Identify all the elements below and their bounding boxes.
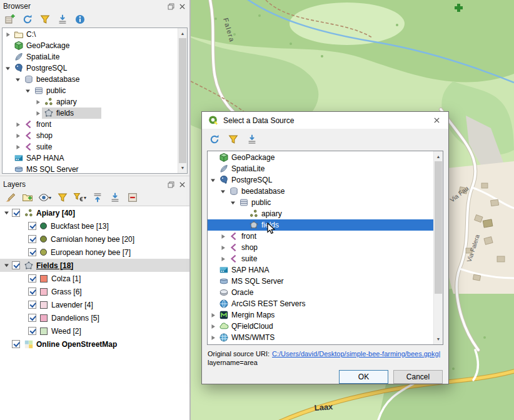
browser-collapse-all-button[interactable]	[54, 12, 70, 26]
expand-arrow-icon[interactable]	[219, 255, 227, 263]
source-item-wms-wmts[interactable]: WMS/WMTS	[208, 332, 433, 343]
source-item-shop[interactable]: shop	[208, 242, 433, 253]
browser-item-apiary[interactable]: apiary	[3, 96, 178, 108]
expand-arrow-icon[interactable]	[14, 143, 22, 151]
layers-filter-button[interactable]	[54, 191, 70, 204]
scroll-down-icon[interactable]: ▼	[178, 163, 187, 172]
dialog-titlebar[interactable]: Select a Data Source	[202, 112, 448, 129]
layers-float-icon[interactable]	[167, 181, 175, 189]
collapse-arrow-icon[interactable]	[3, 209, 11, 217]
source-uri-link[interactable]: C:/Users/david/Desktop/simple-bee-farmin…	[272, 350, 440, 358]
source-item-suite[interactable]: suite	[208, 253, 433, 264]
layers-add-group-button[interactable]	[19, 191, 35, 204]
source-item-beedatabase[interactable]: beedatabase	[208, 186, 433, 197]
browser-item-postgresql[interactable]: PostgreSQL	[3, 62, 178, 74]
dialog-close-button[interactable]	[427, 112, 446, 129]
collapse-arrow-icon[interactable]	[209, 176, 217, 184]
browser-item-beedatabase[interactable]: beedatabase	[3, 74, 178, 85]
scroll-up-icon[interactable]: ▲	[178, 29, 187, 38]
source-item-spatialite[interactable]: SpatiaLite	[208, 163, 433, 174]
source-item-ms-sql-server[interactable]: MS SQL Server	[208, 276, 433, 287]
layer-checkbox[interactable]	[12, 340, 20, 348]
expand-arrow-icon[interactable]	[219, 232, 227, 241]
layer-checkbox[interactable]	[12, 209, 20, 217]
expand-arrow-icon[interactable]	[14, 121, 22, 129]
layer-checkbox[interactable]	[28, 222, 36, 230]
expand-arrow-icon[interactable]	[209, 322, 217, 331]
browser-item-fields[interactable]: fields	[3, 108, 178, 119]
expand-arrow-icon[interactable]	[209, 334, 217, 342]
collapse-arrow-icon[interactable]	[14, 76, 22, 84]
source-item-sap-hana[interactable]: SAP HANA	[208, 264, 433, 276]
layer-online-openstreetmap[interactable]: Online OpenStreetMap	[0, 338, 189, 351]
browser-item-shop[interactable]: shop	[3, 130, 178, 141]
layer-carniolan-honey-bee-20[interactable]: Carniolan honey bee [20]	[0, 232, 189, 246]
expand-arrow-icon[interactable]	[209, 311, 217, 319]
browser-item-suite[interactable]: suite	[3, 141, 178, 152]
layer-checkbox[interactable]	[28, 314, 36, 322]
layers-themes-button[interactable]: ▾	[37, 191, 53, 204]
layers-filter-expr-button[interactable]: ▾	[72, 191, 88, 204]
scroll-thumb[interactable]	[179, 38, 186, 163]
browser-info-button[interactable]	[72, 12, 88, 26]
scroll-down-icon[interactable]: ▼	[434, 334, 443, 344]
browser-item-public[interactable]: public	[3, 85, 178, 96]
layer-buckfast-bee-13[interactable]: Buckfast bee [13]	[0, 219, 189, 232]
collapse-arrow-icon[interactable]	[4, 64, 12, 72]
collapse-arrow-icon[interactable]	[219, 188, 227, 196]
source-item-arcgis-rest-servers[interactable]: ArcGIS REST Servers	[208, 298, 433, 309]
source-item-postgresql[interactable]: PostgreSQL	[208, 174, 433, 186]
expand-arrow-icon[interactable]	[14, 132, 22, 140]
layer-colza-1[interactable]: Colza [1]	[0, 272, 189, 285]
scroll-up-icon[interactable]: ▲	[434, 152, 443, 161]
layer-grass-6[interactable]: Grass [6]	[0, 285, 189, 298]
layer-apiary-40[interactable]: Apiary [40]	[0, 206, 189, 219]
source-item-mergin-maps[interactable]: Mergin Maps	[208, 309, 433, 321]
expand-arrow-icon[interactable]	[4, 31, 12, 39]
expand-arrow-icon[interactable]	[219, 244, 227, 252]
browser-close-icon[interactable]	[178, 2, 186, 11]
browser-refresh-button[interactable]	[19, 12, 35, 26]
collapse-arrow-icon[interactable]	[24, 87, 32, 95]
layer-weed-2[interactable]: Weed [2]	[0, 324, 189, 338]
source-item-oracle[interactable]: Oracle	[208, 287, 433, 298]
cancel-button[interactable]: Cancel	[393, 370, 443, 384]
collapse-arrow-icon[interactable]	[3, 261, 11, 269]
layer-checkbox[interactable]	[28, 288, 36, 296]
layer-checkbox[interactable]	[12, 261, 20, 269]
layers-expand-all-button[interactable]	[89, 191, 105, 204]
source-item-public[interactable]: public	[208, 197, 433, 208]
browser-item-spatialite[interactable]: SpatiaLite	[3, 51, 178, 62]
layer-european-honey-bee-7[interactable]: European honey bee [7]	[0, 246, 189, 259]
layer-checkbox[interactable]	[28, 274, 36, 282]
source-item-apiary[interactable]: apiary	[208, 208, 433, 219]
browser-add-layer-button[interactable]	[2, 12, 18, 26]
ok-button[interactable]: OK	[339, 370, 388, 384]
dialog-scrollbar[interactable]: ▲ ▼	[433, 151, 443, 344]
expand-arrow-icon[interactable]	[34, 98, 42, 106]
scroll-thumb[interactable]	[435, 161, 442, 294]
collapse-arrow-icon[interactable]	[229, 199, 237, 207]
layer-dandelions-5[interactable]: Dandelions [5]	[0, 311, 189, 324]
layer-checkbox[interactable]	[28, 301, 36, 309]
layer-checkbox[interactable]	[28, 248, 36, 256]
source-item-fields[interactable]: fields	[208, 219, 433, 231]
browser-item-sap-hana[interactable]: SAP HANA	[3, 152, 178, 164]
layers-collapse-all-button[interactable]	[107, 191, 123, 204]
browser-item-c[interactable]: C:\	[3, 29, 178, 40]
layer-lavender-4[interactable]: Lavender [4]	[0, 298, 189, 311]
layers-close-icon[interactable]	[178, 181, 186, 189]
layer-fields-18[interactable]: Fields [18]	[0, 259, 189, 272]
source-item-qfieldcloud[interactable]: QFieldCloud	[208, 321, 433, 332]
browser-item-ms-sql-server[interactable]: MS SQL Server	[3, 164, 178, 173]
dialog-collapse-all-button[interactable]	[244, 132, 260, 146]
browser-item-geopackage[interactable]: GeoPackage	[3, 40, 178, 51]
dialog-filter-button[interactable]	[225, 132, 241, 146]
layer-checkbox[interactable]	[28, 327, 36, 335]
browser-filter-button[interactable]	[37, 12, 53, 26]
layer-checkbox[interactable]	[28, 235, 36, 243]
layers-remove-layer-button[interactable]	[124, 191, 140, 204]
dialog-refresh-button[interactable]	[206, 132, 222, 146]
layers-styling-button[interactable]	[2, 191, 18, 204]
source-item-geopackage[interactable]: GeoPackage	[208, 152, 433, 163]
